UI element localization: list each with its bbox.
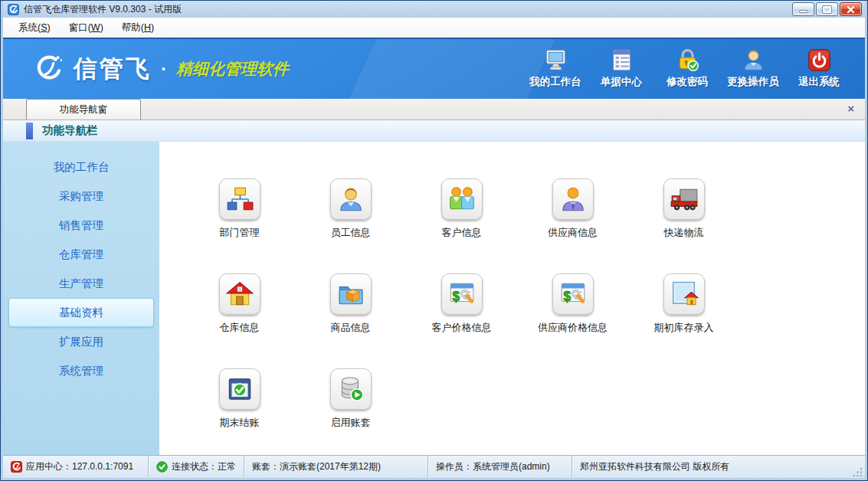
app-item-label: 仓库信息 bbox=[220, 321, 260, 335]
status-copyright: 郑州亚拓软件科技有限公司 版权所有 bbox=[572, 456, 851, 478]
app-item-logistics[interactable]: 快递物流 bbox=[628, 178, 739, 273]
menu-item-help[interactable]: 帮助(H) bbox=[114, 19, 162, 37]
lock-check-icon bbox=[675, 47, 700, 73]
truck-icon bbox=[663, 178, 705, 220]
sidebar-item-sales[interactable]: 销售管理 bbox=[8, 211, 154, 240]
app-item-label: 供应商价格信息 bbox=[538, 321, 608, 335]
opening-stock-icon bbox=[663, 273, 705, 315]
app-item-label: 快递物流 bbox=[664, 226, 704, 240]
tab-bar: 功能导航窗 × bbox=[3, 99, 865, 120]
brand-banner: 信管飞 · 精细化管理软件 我的工作台 bbox=[3, 38, 865, 99]
sidebar-item-workbench[interactable]: 我的工作台 bbox=[8, 152, 154, 182]
toolbar-button-label: 退出系统 bbox=[798, 75, 840, 89]
app-item-supplier[interactable]: 供应商信息 bbox=[517, 178, 628, 273]
nav-band-accent-bar bbox=[26, 123, 33, 139]
app-grid: 部门管理 员工信息 bbox=[159, 142, 865, 455]
menu-item-system[interactable]: 系统(S) bbox=[11, 19, 58, 37]
sidebar-item-basic-data[interactable]: 基础资料 bbox=[8, 298, 154, 327]
app-logo-icon bbox=[8, 4, 19, 15]
sidebar: 我的工作台 采购管理 销售管理 仓库管理 生产管理 基础资料 扩展应用 系统管理 bbox=[3, 142, 159, 455]
app-window: 信管飞仓库管理软件 V9.0.303 - 试用版 系统(S) 窗口(W) 帮助(… bbox=[0, 0, 868, 481]
status-app-center: 应用中心：127.0.0.1:7091 bbox=[3, 456, 149, 478]
brand-swirl-icon bbox=[34, 53, 66, 85]
menu-bar: 系统(S) 窗口(W) 帮助(H) bbox=[3, 18, 865, 38]
tab-close-icon[interactable]: × bbox=[847, 103, 854, 114]
app-item-label: 员工信息 bbox=[331, 226, 371, 240]
brand-tagline: 精细化管理软件 bbox=[176, 58, 289, 80]
tab-function-nav[interactable]: 功能导航窗 bbox=[26, 99, 141, 119]
app-item-employee[interactable]: 员工信息 bbox=[295, 178, 406, 273]
app-item-label: 客户价格信息 bbox=[432, 321, 492, 335]
status-account-text: 账套：演示账套(2017年第12期) bbox=[252, 460, 381, 473]
brand-name: 信管飞 bbox=[74, 53, 152, 85]
content-area: 我的工作台 采购管理 销售管理 仓库管理 生产管理 基础资料 扩展应用 系统管理 bbox=[3, 142, 865, 455]
banner-toolbar: 我的工作台 单据中心 bbox=[525, 44, 850, 93]
app-item-supplier-price[interactable]: $ 供应商价格信息 bbox=[517, 273, 628, 368]
sidebar-item-extensions[interactable]: 扩展应用 bbox=[8, 327, 154, 356]
app-item-period-closing[interactable]: 期末结账 bbox=[184, 368, 295, 455]
product-folder-icon bbox=[330, 273, 372, 315]
toolbar-button-label: 更换操作员 bbox=[727, 75, 779, 89]
toolbar-button-change-password[interactable]: 修改密码 bbox=[657, 44, 718, 93]
toolbar-button-switch-operator[interactable]: 更换操作员 bbox=[722, 44, 784, 93]
status-bar: 应用中心：127.0.0.1:7091 连接状态：正常 账套：演示账套(2017… bbox=[3, 455, 865, 478]
price-wrench-icon: $ bbox=[441, 273, 483, 315]
app-item-activate-accountset[interactable]: 启用账套 bbox=[295, 368, 406, 455]
nav-band-title: 功能导航栏 bbox=[42, 123, 98, 138]
customers-icon bbox=[441, 178, 483, 220]
minimize-button[interactable] bbox=[792, 2, 814, 16]
app-item-product[interactable]: 商品信息 bbox=[295, 273, 406, 368]
toolbar-button-workbench[interactable]: 我的工作台 bbox=[525, 44, 586, 93]
sidebar-item-purchase[interactable]: 采购管理 bbox=[8, 182, 154, 211]
status-app-center-text: 应用中心：127.0.0.1:7091 bbox=[26, 460, 133, 473]
document-list-icon bbox=[609, 47, 634, 73]
house-icon bbox=[219, 273, 260, 315]
status-copyright-text: 郑州亚拓软件科技有限公司 版权所有 bbox=[580, 460, 729, 473]
status-account-set: 账套：演示账套(2017年第12期) bbox=[244, 456, 428, 478]
org-chart-icon bbox=[219, 178, 260, 220]
app-item-customer-price[interactable]: $ 客户价格信息 bbox=[406, 273, 517, 368]
maximize-icon bbox=[823, 6, 831, 13]
app-item-label: 客户信息 bbox=[442, 226, 482, 240]
app-item-label: 期初库存录入 bbox=[654, 321, 714, 335]
brand-separator: · bbox=[161, 58, 167, 80]
app-logo-small-icon bbox=[11, 461, 22, 473]
price-wrench-icon: $ bbox=[552, 273, 594, 315]
employee-icon bbox=[330, 178, 372, 220]
minimize-icon bbox=[799, 10, 808, 13]
status-connection-text: 连接状态：正常 bbox=[172, 460, 236, 473]
sidebar-item-system[interactable]: 系统管理 bbox=[8, 356, 154, 385]
title-bar: 信管飞仓库管理软件 V9.0.303 - 试用版 bbox=[3, 1, 865, 18]
toolbar-button-documents[interactable]: 单据中心 bbox=[591, 44, 652, 93]
toolbar-button-label: 修改密码 bbox=[667, 75, 708, 89]
monitor-icon bbox=[543, 47, 568, 73]
maximize-button[interactable] bbox=[816, 2, 838, 16]
closing-check-icon bbox=[219, 368, 260, 410]
app-item-opening-stock[interactable]: 期初库存录入 bbox=[628, 273, 739, 368]
user-icon bbox=[741, 47, 766, 73]
sidebar-item-production[interactable]: 生产管理 bbox=[8, 269, 154, 298]
svg-text:$: $ bbox=[452, 289, 460, 304]
resize-grip[interactable] bbox=[851, 466, 863, 478]
window-title: 信管飞仓库管理软件 V9.0.303 - 试用版 bbox=[24, 3, 792, 16]
app-item-customer[interactable]: 客户信息 bbox=[406, 178, 517, 273]
toolbar-button-label: 我的工作台 bbox=[529, 75, 581, 89]
toolbar-button-exit[interactable]: 退出系统 bbox=[788, 44, 850, 93]
app-item-label: 部门管理 bbox=[220, 226, 260, 240]
app-item-warehouse[interactable]: 仓库信息 bbox=[184, 273, 295, 368]
supplier-icon bbox=[552, 178, 594, 220]
status-operator-text: 操作员：系统管理员(admin) bbox=[436, 460, 550, 473]
app-item-label: 供应商信息 bbox=[548, 226, 598, 240]
sidebar-item-warehouse[interactable]: 仓库管理 bbox=[8, 240, 154, 269]
brand-logo: 信管飞 · 精细化管理软件 bbox=[34, 53, 289, 85]
power-icon bbox=[807, 47, 832, 73]
check-icon bbox=[156, 461, 168, 473]
app-item-label: 启用账套 bbox=[331, 416, 371, 430]
close-button[interactable] bbox=[840, 2, 862, 16]
toolbar-button-label: 单据中心 bbox=[601, 75, 642, 89]
close-icon bbox=[847, 5, 855, 14]
menu-item-window[interactable]: 窗口(W) bbox=[61, 19, 111, 37]
tab-label: 功能导航窗 bbox=[60, 103, 108, 116]
app-item-department[interactable]: 部门管理 bbox=[184, 178, 295, 273]
database-play-icon bbox=[330, 368, 372, 410]
